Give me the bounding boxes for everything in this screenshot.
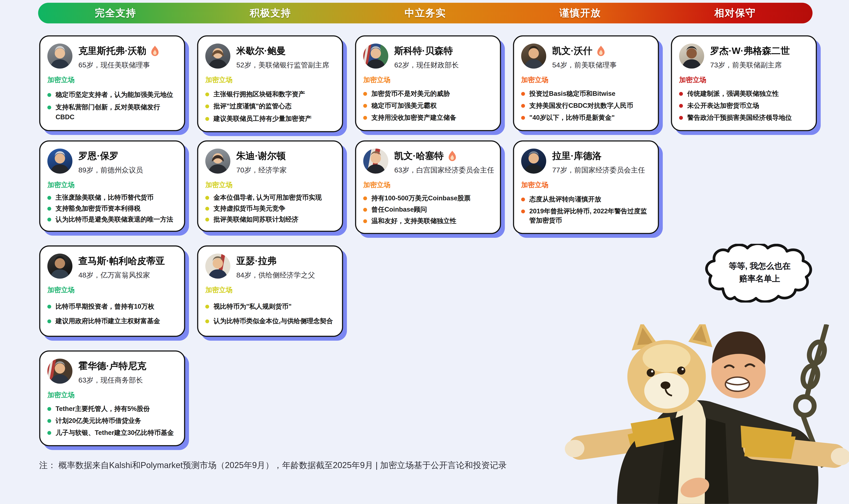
bullet-dot bbox=[363, 208, 367, 212]
bullet-list: 稳定币坚定支持者，认为能加强美元地位 支持私营部门创新，反对美联储发行CBDC bbox=[48, 87, 177, 125]
bullet-item: 2019年曾批评比特币, 2022年警告过度监管加密货币 bbox=[521, 206, 651, 226]
bullet-item: 建议用政府比特币建立主权财富基金 bbox=[48, 317, 177, 326]
speech-bubble-text: 等等, 我怎么也在 赔率名单上 bbox=[714, 251, 805, 293]
person-name: 朱迪·谢尔顿 bbox=[237, 150, 286, 162]
bullet-list: 主张银行拥抱区块链和数字资产 批评"过度谨慎"的监管心态 建议美联储员工持有少量… bbox=[205, 87, 335, 126]
avatar bbox=[48, 359, 72, 383]
identity: 亚瑟·拉弗 84岁，供给侧经济学之父 bbox=[237, 254, 335, 280]
avatar bbox=[363, 148, 388, 174]
bullet-item: 主张废除美联储，比特币替代货币 bbox=[48, 194, 177, 203]
stance-label: 加密立场 bbox=[363, 76, 493, 85]
person-name: 拉里·库德洛 bbox=[552, 150, 602, 162]
bullet-dot bbox=[205, 105, 209, 108]
stance-label: 加密立场 bbox=[363, 181, 493, 190]
bullet-item: 认为比特币类似金本位,与供给侧理念契合 bbox=[205, 317, 335, 326]
person-card-bessent: 斯科特·贝森特 62岁，现任财政部长 加密立场 加密货币不是对美元的威胁 稳定币… bbox=[355, 35, 501, 131]
bullet-item: 建议美联储员工持有少量加密资产 bbox=[205, 114, 335, 124]
bullet-list: 比特币早期投资者，曾持有10万枚 建议用政府比特币建立主权财富基金 bbox=[48, 297, 177, 331]
person-subtitle: 73岁，前美联储副主席 bbox=[710, 60, 809, 70]
person-card-kudlow: 拉里·库德洛 77岁，前国家经济委员会主任 加密立场 态度从批评转向谨慎开放 2… bbox=[513, 141, 659, 234]
person-subtitle: 70岁，经济学家 bbox=[237, 165, 335, 175]
bullet-item: 传统建制派，强调美联储独立性 bbox=[679, 89, 809, 99]
person-card-lutnick: 霍华德·卢特尼克 63岁，现任商务部长 加密立场 Tether主要托管人，持有5… bbox=[39, 350, 185, 446]
bullet-list: 持有100-500万美元Coinbase股票 曾任Coinbase顾问 温和友好… bbox=[363, 192, 493, 228]
bullet-item: 警告政治干预损害美国经济领导地位 bbox=[679, 113, 809, 123]
bullet-item: 支持美国发行CBDC对抗数字人民币 bbox=[521, 102, 651, 111]
bullet-dot bbox=[521, 92, 525, 96]
bullet-item: 稳定币可加强美元霸权 bbox=[363, 102, 493, 111]
bullet-dot bbox=[363, 104, 367, 108]
fire-icon bbox=[595, 45, 606, 57]
bullet-dot bbox=[48, 218, 51, 221]
bullet-dot bbox=[363, 219, 367, 223]
bullet-dot bbox=[205, 319, 209, 323]
person-name: 凯文·哈塞特 bbox=[394, 150, 444, 162]
stance-label: 加密立场 bbox=[48, 76, 177, 85]
bullet-item: 批评美联储如同苏联计划经济 bbox=[205, 215, 335, 224]
person-card-shelton: 朱迪·谢尔顿 70岁，经济学家 加密立场 金本位倡导者, 认为可用加密货币实现 … bbox=[197, 141, 343, 232]
bubble-line-2: 赔率名单上 bbox=[739, 272, 780, 285]
bullet-item: 态度从批评转向谨慎开放 bbox=[521, 195, 651, 204]
bullet-dot bbox=[205, 117, 209, 121]
card-top: 凯文·沃什 54岁，前美联储理事 bbox=[521, 43, 651, 70]
bullet-item: 支持私营部门创新，反对美联储发行CBDC bbox=[48, 103, 177, 122]
person-card-hassett: 凯文·哈塞特 63岁，白宫国家经济委员会主任 加密立场 持有100-500万美元… bbox=[355, 141, 501, 234]
bullet-dot bbox=[521, 209, 525, 213]
person-subtitle: 52岁，美联储银行监管副主席 bbox=[237, 60, 335, 70]
person-subtitle: 77岁，前国家经济委员会主任 bbox=[552, 165, 651, 175]
identity: 朱迪·谢尔顿 70岁，经济学家 bbox=[237, 148, 335, 175]
bullet-list: 加密货币不是对美元的威胁 稳定币可加强美元霸权 支持用没收加密资产建立储备 bbox=[363, 87, 493, 125]
bullet-dot bbox=[48, 419, 51, 423]
card-top: 拉里·库德洛 77岁，前国家经济委员会主任 bbox=[521, 148, 651, 175]
bullet-item: 金本位倡导者, 认为可用加密货币实现 bbox=[205, 194, 335, 203]
identity: 罗恩·保罗 89岁，前德州众议员 bbox=[79, 148, 177, 175]
bubble-line-1: 等等, 我怎么也在 bbox=[729, 259, 791, 272]
person-name: 罗恩·保罗 bbox=[79, 150, 119, 162]
stance-label: 加密立场 bbox=[48, 181, 177, 190]
bullet-item: 计划20亿美元比特币借贷业务 bbox=[48, 416, 177, 426]
bullet-dot bbox=[205, 196, 209, 200]
category-full-support: 完全支持 bbox=[38, 6, 193, 19]
bullet-dot bbox=[48, 431, 51, 435]
identity: 斯科特·贝森特 62岁，现任财政部长 bbox=[394, 43, 493, 70]
bullet-dot bbox=[48, 93, 51, 97]
bullet-list: 态度从批评转向谨慎开放 2019年曾批评比特币, 2022年警告过度监管加密货币 bbox=[521, 192, 651, 228]
bullet-list: 主张废除美联储，比特币替代货币 支持豁免加密货币资本利得税 认为比特币是避免美联… bbox=[48, 192, 177, 226]
person-name: 罗杰·W·弗格森二世 bbox=[710, 44, 790, 57]
stance-label: 加密立场 bbox=[48, 391, 177, 400]
card-top: 朱迪·谢尔顿 70岁，经济学家 bbox=[205, 148, 335, 175]
stance-label: 加密立场 bbox=[205, 181, 335, 190]
card-top: 查马斯·帕利哈皮蒂亚 48岁，亿万富翁风投家 bbox=[48, 254, 177, 280]
bullet-dot bbox=[48, 207, 51, 211]
bullet-item: 投资过Basis稳定币和Bitwise bbox=[521, 89, 651, 99]
bullet-dot bbox=[48, 305, 51, 309]
fire-icon bbox=[447, 150, 457, 162]
person-subtitle: 89岁，前德州众议员 bbox=[79, 165, 177, 175]
card-top: 亚瑟·拉弗 84岁，供给侧经济学之父 bbox=[205, 254, 335, 280]
bullet-dot bbox=[205, 207, 209, 211]
card-top: 凯文·哈塞特 63岁，白宫国家经济委员会主任 bbox=[363, 148, 493, 175]
bullet-item: 认为比特币是避免美联储衰退的唯一方法 bbox=[48, 215, 177, 224]
avatar bbox=[48, 254, 72, 278]
stance-label: 加密立场 bbox=[205, 76, 335, 85]
bullet-dot bbox=[679, 104, 683, 108]
bullet-dot bbox=[205, 93, 209, 96]
card-top: 罗恩·保罗 89岁，前德州众议员 bbox=[48, 148, 177, 175]
stance-label: 加密立场 bbox=[205, 286, 335, 295]
person-subtitle: 54岁，前美联储理事 bbox=[552, 60, 651, 70]
card-top: 克里斯托弗·沃勒 65岁，现任美联储理事 bbox=[48, 43, 177, 70]
speech-bubble: 等等, 我怎么也在 赔率名单上 bbox=[704, 244, 816, 303]
elon-face bbox=[711, 331, 766, 398]
bullet-item: 比特币早期投资者，曾持有10万枚 bbox=[48, 302, 177, 311]
bullet-item: 加密货币不是对美元的威胁 bbox=[363, 89, 493, 99]
person-name: 斯科特·贝森特 bbox=[394, 44, 453, 57]
avatar bbox=[363, 43, 388, 68]
bullet-item: 温和友好，支持美联储独立性 bbox=[363, 217, 493, 226]
identity: 米歇尔·鲍曼 52岁，美联储银行监管副主席 bbox=[237, 43, 335, 70]
bullet-item: "40岁以下，比特币是新黄金" bbox=[521, 113, 651, 123]
bullet-item: 曾任Coinbase顾问 bbox=[363, 205, 493, 215]
bullet-item: 支持虚拟货币与美元竞争 bbox=[205, 204, 335, 214]
bullet-list: 投资过Basis稳定币和Bitwise 支持美国发行CBDC对抗数字人民币 "4… bbox=[521, 87, 651, 125]
card-top: 斯科特·贝森特 62岁，现任财政部长 bbox=[363, 43, 493, 70]
person-card-laffer: 亚瑟·拉弗 84岁，供给侧经济学之父 加密立场 视比特币为"私人规则货币" 认为… bbox=[197, 246, 343, 337]
